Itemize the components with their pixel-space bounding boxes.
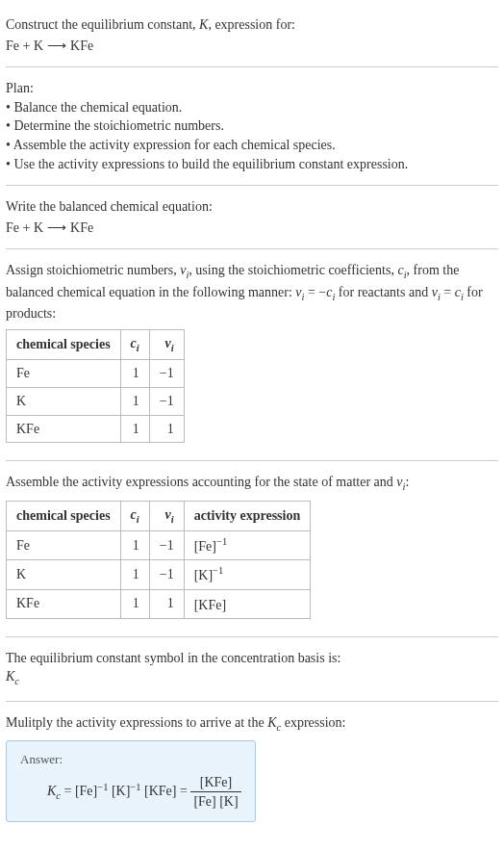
exp: −1 <box>97 781 108 791</box>
divider <box>6 636 498 637</box>
col-c: ci <box>120 501 149 530</box>
text: , expression for: <box>208 17 295 32</box>
var-K: K <box>199 17 208 32</box>
text: expression: <box>281 715 345 730</box>
col-species: chemical species <box>7 329 121 359</box>
base: [KFe] <box>194 597 226 611</box>
stoichiometric-section: Assign stoichiometric numbers, νi, using… <box>6 253 498 456</box>
plan-heading: Plan: <box>6 79 498 98</box>
var-K: K <box>6 669 14 684</box>
table-row: KFe 1 1 [KFe] <box>7 589 311 618</box>
col-activity: activity expression <box>184 501 311 530</box>
kc-expression: Kc = [Fe]−1 [K]−1 [KFe] = [KFe][Fe] [K] <box>20 773 241 812</box>
text: = <box>441 285 455 299</box>
sub-i: i <box>171 513 174 524</box>
heading: Write the balanced chemical equation: <box>6 197 498 217</box>
divider <box>6 185 498 186</box>
var-K: K <box>267 715 276 730</box>
species-fe: Fe <box>6 220 19 235</box>
answer-label: Answer: <box>20 751 241 768</box>
sub-i: i <box>137 343 139 353</box>
exp: −1 <box>213 565 223 576</box>
symbol-text: The equilibrium constant symbol in the c… <box>6 649 498 668</box>
cell-c: 1 <box>120 560 149 589</box>
species-fe: Fe <box>6 39 19 53</box>
fraction-denominator: [Fe] [K] <box>190 792 240 812</box>
text: = − <box>304 285 326 299</box>
exp: −1 <box>216 536 227 547</box>
cell-activity: [K]−1 <box>184 560 311 589</box>
table-header-row: chemical species ci νi <box>7 329 185 359</box>
cell-c: 1 <box>120 360 149 388</box>
col-nu: νi <box>149 501 184 530</box>
base: [K] <box>194 568 213 582</box>
stoich-text: Assign stoichiometric numbers, νi, using… <box>6 261 498 323</box>
activity-table: chemical species ci νi activity expressi… <box>6 501 311 619</box>
table-row: Fe 1 −1 [Fe]−1 <box>7 531 311 560</box>
cell-nu: −1 <box>149 360 184 388</box>
prompt-line: Construct the equilibrium constant, K, e… <box>6 15 498 35</box>
cell-species: KFe <box>7 415 121 443</box>
col-species: chemical species <box>7 501 121 530</box>
cell-c: 1 <box>120 531 149 560</box>
table-row: KFe 1 1 <box>7 415 185 443</box>
text: for reactants and <box>335 285 431 299</box>
cell-c: 1 <box>120 589 149 618</box>
table-row: K 1 −1 [K]−1 <box>7 560 311 589</box>
sub-i: i <box>171 343 174 353</box>
text: Construct the equilibrium constant, <box>6 17 199 32</box>
stoichiometric-table: chemical species ci νi Fe 1 −1 K 1 −1 KF… <box>6 329 185 443</box>
cell-species: K <box>7 387 121 415</box>
cell-species: Fe <box>7 531 121 560</box>
col-nu: νi <box>149 329 184 359</box>
cell-nu: 1 <box>149 589 184 618</box>
equals: = <box>61 784 75 798</box>
balanced-equation: Fe + K⟶KFe <box>6 219 498 238</box>
table-row: K 1 −1 <box>7 387 185 415</box>
divider <box>6 701 498 702</box>
sub-i: i <box>137 513 139 524</box>
cell-species: KFe <box>7 589 121 618</box>
cell-species: Fe <box>7 360 121 388</box>
plus: + <box>19 39 34 53</box>
table-header-row: chemical species ci νi activity expressi… <box>7 501 311 530</box>
cell-activity: [KFe] <box>184 589 311 618</box>
plus: + <box>19 220 34 235</box>
cell-nu: 1 <box>149 415 184 443</box>
plan-bullet: • Assemble the activity expression for e… <box>6 136 498 155</box>
symbol-kc: Kc <box>6 667 498 688</box>
sub-c: c <box>14 676 19 686</box>
exp: −1 <box>130 781 140 791</box>
term-k: [K] <box>112 784 130 798</box>
species-kfe: KFe <box>70 220 93 235</box>
activity-heading: Assemble the activity expressions accoun… <box>6 473 498 494</box>
cell-nu: −1 <box>149 531 184 560</box>
symbol-section: The equilibrium constant symbol in the c… <box>6 641 498 697</box>
text: Assemble the activity expressions accoun… <box>6 475 396 489</box>
species-k: K <box>34 39 43 53</box>
fraction: [KFe][Fe] [K] <box>190 773 240 812</box>
base: [Fe] <box>194 539 216 554</box>
cell-nu: −1 <box>149 560 184 589</box>
species-k: K <box>34 220 43 235</box>
fraction-numerator: [KFe] <box>190 773 240 793</box>
final-section: Mulitply the activity expressions to arr… <box>6 706 498 836</box>
table-row: Fe 1 −1 <box>7 360 185 388</box>
equals: = <box>176 784 190 798</box>
cell-c: 1 <box>120 415 149 443</box>
text: Assign stoichiometric numbers, <box>6 263 180 277</box>
cell-nu: −1 <box>149 387 184 415</box>
divider <box>6 66 498 67</box>
cell-activity: [Fe]−1 <box>184 531 311 560</box>
reaction-equation: Fe + K⟶KFe <box>6 37 498 56</box>
var-K: K <box>47 784 56 798</box>
plan-bullet: • Balance the chemical equation. <box>6 98 498 117</box>
term-kfe: [KFe] <box>144 784 176 798</box>
term-fe: [Fe] <box>75 784 97 798</box>
col-c: ci <box>120 329 149 359</box>
balanced-equation-section: Write the balanced chemical equation: Fe… <box>6 190 498 245</box>
activity-section: Assemble the activity expressions accoun… <box>6 465 498 633</box>
problem-statement: Construct the equilibrium constant, K, e… <box>6 8 498 63</box>
text: : <box>405 475 409 489</box>
divider <box>6 460 498 461</box>
